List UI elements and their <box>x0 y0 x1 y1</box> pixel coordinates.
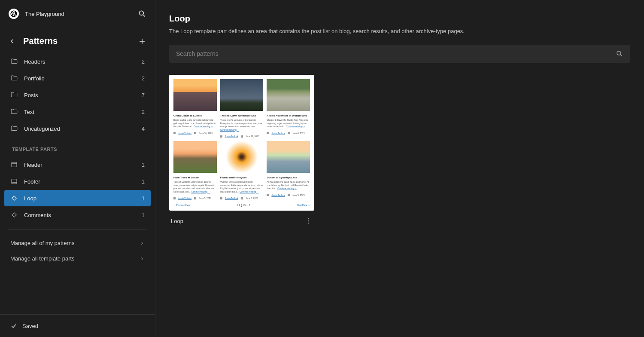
continue-reading-link: Continue reading → <box>220 129 239 131</box>
chevron-right-icon <box>140 256 145 261</box>
category-item-text[interactable]: Text2 <box>4 104 151 120</box>
search-patterns-input[interactable] <box>176 50 616 57</box>
author: Justin Tadlock <box>178 197 191 199</box>
category-item-portfolio[interactable]: Portfolio2 <box>4 70 151 86</box>
preview-post-excerpt: Chapter 1: Down the Rabbit-Hole Alice wa… <box>267 119 310 129</box>
item-count: 1 <box>142 162 145 168</box>
main-content: Loop The Loop template part defines an a… <box>155 0 644 337</box>
page-description: The Loop template part defines an area t… <box>169 28 630 34</box>
diamond-icon <box>10 194 18 202</box>
preview-post-title: Flower and Honeybee <box>220 176 264 179</box>
patterns-title: Patterns <box>23 36 58 46</box>
template-part-header[interactable]: Header1 <box>4 156 151 173</box>
more-options-icon[interactable] <box>304 217 313 225</box>
author: Justin Tadlock <box>178 132 191 135</box>
saved-label: Saved <box>22 323 38 329</box>
sidebar: The Playground Patterns Headers2Portfoli… <box>0 0 155 337</box>
svg-point-13 <box>308 221 309 222</box>
preview-post-meta: Justin TadlockJune 12, 2023 <box>220 135 264 138</box>
preview-post-meta: Justin TadlockJune 30, 2023 <box>173 132 217 135</box>
svg-line-1 <box>143 15 145 17</box>
add-pattern-icon[interactable] <box>138 37 146 46</box>
preview-post-0: Greek Ocean at Sunset Boom loaded to the… <box>173 79 217 138</box>
preview-post-title: Palm Trees at Sunset <box>173 176 217 179</box>
calendar-icon <box>288 132 290 134</box>
item-label: Footer <box>24 178 40 185</box>
pencil-icon <box>220 197 222 199</box>
calendar-icon <box>241 135 243 138</box>
pencil-icon <box>220 135 222 138</box>
svg-point-0 <box>139 11 143 15</box>
diamond-icon <box>10 211 18 219</box>
preview-post-title: The Pre-Dawn November Sky <box>220 114 264 117</box>
preview-post-excerpt: Vivamus id risus eu nisl vestibulum accu… <box>220 181 264 193</box>
back-chevron-icon[interactable] <box>9 38 15 45</box>
template-part-comments[interactable]: Comments1 <box>4 207 151 223</box>
preview-post-excerpt: He has eaten me out of house and home. A… <box>267 181 310 190</box>
search-icon[interactable] <box>616 50 623 58</box>
preview-post-meta: Justin TadlockJune 5, 2023 <box>173 197 217 199</box>
preview-image <box>220 141 264 173</box>
svg-point-10 <box>617 51 621 55</box>
divider <box>8 229 147 230</box>
site-title[interactable]: The Playground <box>25 11 64 17</box>
footer-icon <box>10 178 18 185</box>
date: June 5, 2023 <box>246 197 258 199</box>
template-part-loop[interactable]: Loop1 <box>4 190 151 206</box>
chevron-right-icon <box>140 241 145 246</box>
item-label: Comments <box>24 212 51 218</box>
sidebar-scroll[interactable]: Headers2Portfolio2Posts7Text2Uncategoriz… <box>0 53 155 314</box>
site-header: The Playground <box>0 0 155 28</box>
manage-label: Manage all template parts <box>10 255 75 262</box>
item-label: Text <box>24 109 34 115</box>
calendar-icon <box>241 197 243 199</box>
item-count: 2 <box>142 75 145 82</box>
next-page-link: Next Page → <box>297 204 310 206</box>
svg-rect-6 <box>12 179 17 184</box>
author: Justin Tadlock <box>225 197 238 199</box>
manage-link-0[interactable]: Manage all of my patterns <box>4 236 151 251</box>
item-count: 1 <box>142 178 145 185</box>
item-count: 2 <box>142 58 145 65</box>
patterns-header: Patterns <box>0 28 155 53</box>
category-item-headers[interactable]: Headers2 <box>4 53 151 70</box>
category-item-posts[interactable]: Posts7 <box>4 87 151 103</box>
author: Justin Tadlock <box>271 132 285 135</box>
folder-icon <box>10 108 18 116</box>
pencil-icon <box>173 132 176 134</box>
date: June 30, 2023 <box>199 132 213 135</box>
item-count: 4 <box>142 126 145 132</box>
pattern-preview[interactable]: Greek Ocean at Sunset Boom loaded to the… <box>169 75 314 211</box>
search-icon[interactable] <box>138 9 146 18</box>
calendar-icon <box>288 194 290 196</box>
calendar-icon <box>194 132 196 134</box>
preview-post-title: Sunset at Agasthya Lake <box>267 176 310 179</box>
continue-reading-link: Continue reading → <box>277 187 296 190</box>
template-part-footer[interactable]: Footer1 <box>4 173 151 190</box>
author: Justin Tadlock <box>225 135 238 138</box>
calendar-icon <box>194 197 196 199</box>
continue-reading-link: Continue reading → <box>286 125 305 128</box>
wordpress-logo-icon[interactable] <box>9 9 19 19</box>
preview-post-excerpt: These are the voyages of the Starship En… <box>220 119 264 132</box>
folder-icon <box>10 74 18 82</box>
preview-post-title: Greek Ocean at Sunset <box>173 114 217 117</box>
pattern-footer: Loop <box>169 211 314 231</box>
pencil-icon <box>267 194 269 196</box>
svg-rect-9 <box>12 213 17 218</box>
continue-reading-link: Continue reading → <box>240 190 258 193</box>
folder-icon <box>10 125 18 132</box>
preview-post-meta: Justin TadlockJune 8, 2023 <box>267 132 310 135</box>
folder-icon <box>10 91 18 99</box>
saved-indicator: Saved <box>0 314 155 337</box>
continue-reading-link: Continue reading → <box>191 190 210 193</box>
preview-post-meta: Justin TadlockJune 5, 2023 <box>220 197 264 199</box>
category-item-uncategorized[interactable]: Uncategorized4 <box>4 120 151 137</box>
search-patterns-bar[interactable] <box>169 45 630 63</box>
svg-rect-4 <box>12 162 17 167</box>
preview-post-5: Sunset at Agasthya Lake He has eaten me … <box>267 141 310 199</box>
preview-post-meta: Justin TadlockJune 5, 2023 <box>267 194 310 196</box>
manage-link-1[interactable]: Manage all template parts <box>4 251 151 266</box>
preview-post-4: Flower and Honeybee Vivamus id risus eu … <box>220 141 264 199</box>
item-label: Loop <box>24 195 36 202</box>
